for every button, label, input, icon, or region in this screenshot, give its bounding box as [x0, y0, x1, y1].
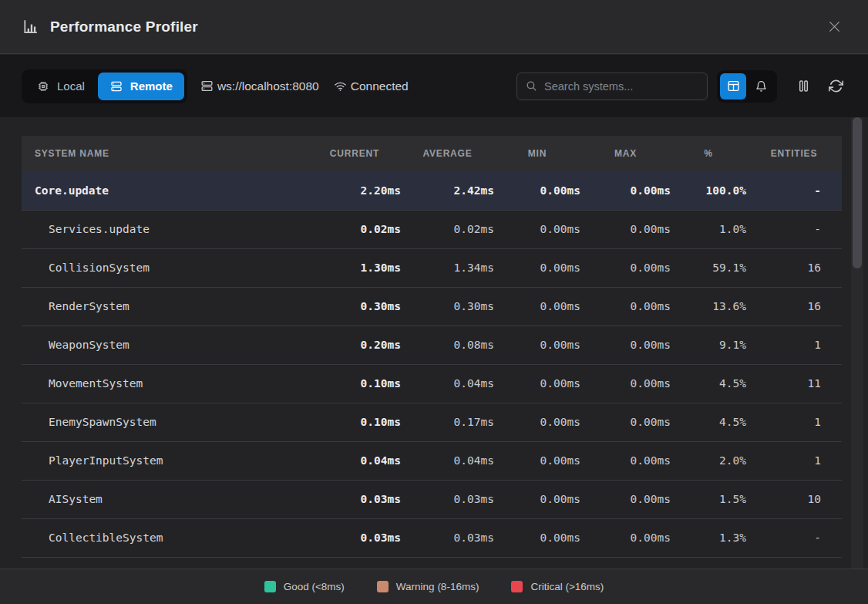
cell-average: 0.30ms [401, 287, 494, 326]
cell-percent: 1.0% [671, 210, 746, 248]
cell-entities: 1 [746, 403, 842, 441]
cell-min: 0.00ms [494, 441, 580, 480]
legend-item: Good (<8ms) [264, 581, 345, 592]
column-header-min[interactable]: Min [494, 136, 580, 171]
cell-entities: 10 [746, 480, 842, 518]
legend: Good (<8ms)Warning (8-16ms)Critical (>16… [0, 569, 868, 604]
cell-average: 0.03ms [401, 518, 494, 557]
connection-url: ws://localhost:8080 [217, 79, 319, 93]
systems-table: System Name Current Average Min Max % En… [22, 136, 842, 558]
cell-current: 0.20ms [308, 326, 401, 364]
column-header-entities[interactable]: Entities [746, 136, 842, 171]
table-row[interactable]: CollisionSystem 1.30ms 1.34ms 0.00ms 0.0… [22, 248, 842, 287]
cell-max: 0.00ms [580, 364, 671, 403]
cell-min: 0.00ms [494, 518, 580, 557]
cell-system-name: MovementSystem [22, 364, 308, 403]
table-row[interactable]: CollectibleSystem 0.03ms 0.03ms 0.00ms 0… [22, 518, 842, 557]
cell-system-name: AISystem [22, 480, 308, 518]
table-header-row: System Name Current Average Min Max % En… [22, 136, 842, 171]
cell-average: 0.08ms [401, 326, 494, 364]
legend-label: Critical (>16ms) [530, 581, 604, 592]
cell-percent: 2.0% [671, 441, 746, 480]
local-mode-button[interactable]: Local [25, 73, 96, 100]
table-row[interactable]: Services.update 0.02ms 0.02ms 0.00ms 0.0… [22, 210, 842, 248]
remote-mode-button[interactable]: Remote [98, 73, 184, 100]
cell-entities: 16 [746, 248, 842, 287]
table-row[interactable]: MovementSystem 0.10ms 0.04ms 0.00ms 0.00… [22, 364, 842, 403]
cell-max: 0.00ms [580, 518, 671, 557]
cell-percent: 59.1% [671, 248, 746, 287]
legend-label: Good (<8ms) [284, 581, 345, 592]
cell-current: 0.10ms [308, 364, 401, 403]
cell-current: 2.20ms [308, 171, 401, 210]
legend-item: Critical (>16ms) [511, 581, 604, 592]
table-row[interactable]: WeaponSystem 0.20ms 0.08ms 0.00ms 0.00ms… [22, 326, 842, 364]
close-icon [826, 19, 843, 35]
view-toggle-group [717, 70, 777, 103]
cell-average: 1.34ms [401, 248, 494, 287]
alerts-button[interactable] [748, 73, 774, 100]
cell-current: 0.03ms [308, 518, 401, 557]
cell-average: 2.42ms [401, 171, 494, 210]
refresh-button[interactable] [825, 76, 846, 97]
pause-icon [796, 78, 812, 94]
legend-label: Warning (8-16ms) [396, 581, 479, 592]
toolbar: Local Remote ws://localhost:8080 [0, 55, 868, 117]
search-box [516, 73, 708, 100]
cell-current: 0.30ms [308, 287, 401, 326]
cell-percent: 13.6% [671, 287, 746, 326]
cell-entities: - [746, 210, 842, 248]
cell-system-name: RenderSystem [22, 287, 308, 326]
title-bar: Performance Profiler [0, 0, 868, 54]
table-view-button[interactable] [720, 73, 746, 100]
column-header-percent[interactable]: % [671, 136, 746, 171]
column-header-max[interactable]: Max [580, 136, 671, 171]
cell-entities: - [746, 171, 842, 210]
profiler-content: System Name Current Average Min Max % En… [0, 117, 868, 569]
search-input[interactable] [544, 80, 699, 93]
cell-percent: 4.5% [671, 403, 746, 441]
bar-chart-icon [22, 18, 39, 35]
mode-toggle-group: Local Remote [22, 69, 187, 103]
column-header-system-name[interactable]: System Name [22, 136, 308, 171]
vertical-scrollbar-thumb[interactable] [853, 117, 862, 268]
table-row[interactable]: Core.update 2.20ms 2.42ms 0.00ms 0.00ms … [22, 171, 842, 210]
cell-current: 0.10ms [308, 403, 401, 441]
table-row[interactable]: EnemySpawnSystem 0.10ms 0.17ms 0.00ms 0.… [22, 403, 842, 441]
cell-entities: 1 [746, 441, 842, 480]
cell-current: 1.30ms [308, 248, 401, 287]
cell-system-name: CollisionSystem [22, 248, 308, 287]
cell-min: 0.00ms [494, 403, 580, 441]
cell-entities: - [746, 518, 842, 557]
table-row[interactable]: RenderSystem 0.30ms 0.30ms 0.00ms 0.00ms… [22, 287, 842, 326]
cell-current: 0.03ms [308, 480, 401, 518]
cell-min: 0.00ms [494, 287, 580, 326]
pause-button[interactable] [792, 76, 814, 97]
cell-percent: 1.5% [671, 480, 746, 518]
column-header-current[interactable]: Current [308, 136, 401, 171]
page-title: Performance Profiler [50, 19, 198, 35]
remote-mode-label: Remote [130, 80, 173, 92]
cell-current: 0.04ms [308, 441, 401, 480]
cell-min: 0.00ms [494, 210, 580, 248]
cell-percent: 100.0% [671, 171, 746, 210]
local-mode-label: Local [57, 80, 85, 92]
cell-entities: 11 [746, 364, 842, 403]
cell-average: 0.04ms [401, 441, 494, 480]
column-header-average[interactable]: Average [401, 136, 494, 171]
cell-entities: 16 [746, 287, 842, 326]
legend-swatch-icon [511, 581, 523, 592]
search-icon [525, 79, 538, 93]
cell-current: 0.02ms [308, 210, 401, 248]
table-row[interactable]: AISystem 0.03ms 0.03ms 0.00ms 0.00ms 1.5… [22, 480, 842, 518]
cell-percent: 9.1% [671, 326, 746, 364]
close-button[interactable] [822, 15, 846, 39]
cell-max: 0.00ms [580, 248, 671, 287]
connection-status: Connected [351, 79, 409, 93]
table-row[interactable]: PlayerInputSystem 0.04ms 0.04ms 0.00ms 0… [22, 441, 842, 480]
cell-system-name: Core.update [22, 171, 308, 210]
cell-system-name: WeaponSystem [22, 326, 308, 364]
vertical-scrollbar-track[interactable] [851, 117, 863, 569]
table-view-icon [726, 79, 741, 93]
server-stack-icon [200, 79, 214, 93]
